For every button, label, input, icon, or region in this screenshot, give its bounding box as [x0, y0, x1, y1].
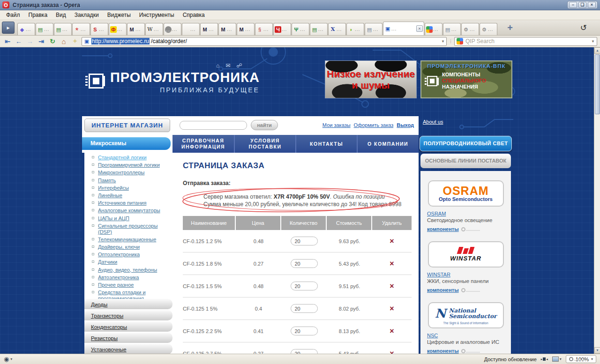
tab-13[interactable]: §...: [255, 23, 273, 35]
sidebar-link-12[interactable]: Оптоэлектроника: [98, 252, 140, 257]
brand-link-NSC[interactable]: NSC: [427, 333, 438, 338]
tab-14[interactable]: Ч...: [273, 23, 291, 35]
banner-low-noise[interactable]: Низкое излучение и шумы: [325, 60, 417, 98]
tab-12[interactable]: M...: [237, 23, 255, 35]
panels-toggle-icon[interactable]: ▸◂: [541, 357, 548, 361]
shop-search-input[interactable]: [180, 121, 247, 130]
toolbar-divider[interactable]: ⋮: [449, 40, 452, 43]
brand-link-WINSTAR[interactable]: WINSTAR: [427, 272, 450, 277]
tab-19[interactable]: ▤...: [365, 23, 382, 35]
tab-8[interactable]: …...: [164, 23, 181, 35]
home-icon[interactable]: ⌂: [216, 62, 219, 69]
tab-9[interactable]: ...: [182, 23, 200, 35]
rewind-button[interactable]: ⇤: [3, 37, 12, 45]
delete-item-button-1[interactable]: ×: [390, 260, 394, 267]
category-link-3[interactable]: Резисторы: [91, 335, 118, 341]
tab-contacts[interactable]: КОНТАКТЫ: [295, 135, 357, 153]
delete-item-button-5[interactable]: ×: [390, 350, 394, 354]
menu-Файл[interactable]: Файл: [2, 11, 24, 19]
tab-reference-info[interactable]: СПРАВОЧНАЯ ИНФОРМАЦИЯ: [172, 135, 234, 153]
tab-close-icon[interactable]: ×: [416, 25, 423, 32]
winstar-logo[interactable]: WINSTAR: [428, 241, 504, 267]
panel-toggle-button[interactable]: ▸: [2, 22, 15, 34]
category-pill-4[interactable]: Установочные: [84, 344, 172, 354]
zoom-dropdown-arrow-icon[interactable]: ▾: [591, 357, 593, 361]
sidebar-link-6[interactable]: Источников питания: [98, 200, 146, 206]
delete-item-button-3[interactable]: ×: [390, 305, 394, 312]
forward-button[interactable]: →: [25, 37, 35, 45]
delete-item-button-2[interactable]: ×: [390, 282, 394, 290]
quantity-input-5[interactable]: [291, 349, 318, 354]
zoom-control[interactable]: 100% ▾: [566, 355, 596, 363]
components-link[interactable]: компоненты: [427, 287, 459, 293]
scroll-up-arrow[interactable]: ▲: [594, 47, 600, 54]
tab-18[interactable]: ◗...: [346, 23, 364, 35]
tab-7[interactable]: W...: [145, 23, 163, 35]
fast-forward-button[interactable]: ⇥: [37, 37, 46, 45]
category-pill-3[interactable]: Резисторы: [84, 333, 172, 343]
tab-10[interactable]: M...: [200, 23, 218, 35]
quantity-input-3[interactable]: [291, 304, 318, 313]
brand-link-OSRAM[interactable]: OSRAM: [427, 211, 446, 216]
main-supply-lines-button[interactable]: ОСНОВНЫЕ ЛИНИИ ПОСТАВОК: [420, 154, 511, 168]
sidebar-link-9[interactable]: Сигнальные процессоры (DSP): [98, 223, 158, 235]
logout-link[interactable]: Выход: [397, 122, 414, 128]
category-pill-0[interactable]: Диоды: [84, 299, 172, 309]
search-input[interactable]: [465, 38, 589, 45]
sidebar-link-10[interactable]: Телекоммуникационные: [98, 237, 156, 242]
menu-Инструменты[interactable]: Инструменты: [135, 11, 179, 19]
new-tab-button[interactable]: +: [502, 22, 518, 34]
images-dropdown-arrow-icon[interactable]: ▾: [560, 357, 562, 361]
url-field[interactable]: ▣ http://www.promelec.ru /catalog/order/…: [82, 37, 447, 46]
back-button[interactable]: ←: [14, 37, 23, 45]
my-orders-link[interactable]: Мои заказы: [322, 122, 351, 128]
internet-shop-button[interactable]: ИНТЕРНЕТ МАГАЗИН: [84, 119, 170, 132]
tab-6[interactable]: M...: [127, 23, 145, 35]
tab-16[interactable]: ▤...: [310, 23, 328, 35]
menu-Вид[interactable]: Вид: [52, 11, 70, 19]
tab-21[interactable]: ...: [425, 23, 442, 35]
menu-Правка[interactable]: Правка: [24, 11, 52, 19]
sidebar-link-7[interactable]: Аналоговые коммутаторы: [98, 208, 160, 213]
web-search-field[interactable]: ▼: [454, 37, 597, 46]
tab-2[interactable]: ▤...: [54, 23, 72, 35]
banner-vpk[interactable]: ПРОМЭЛЕКТРОНИКА-ВПК КОМПОНЕНТЫ СПЕЦИАЛЬН…: [420, 60, 512, 98]
delete-item-button-0[interactable]: ×: [390, 238, 394, 245]
tab-4[interactable]: S...: [90, 23, 108, 35]
category-link-2[interactable]: Конденсаторы: [91, 324, 127, 330]
globe-dropdown-arrow-icon[interactable]: ▾: [10, 357, 12, 361]
tab-15[interactable]: Ψ...: [292, 23, 309, 35]
category-link-0[interactable]: Диоды: [91, 302, 107, 307]
sidebar-link-8[interactable]: ЦАПы и АЦП: [98, 215, 129, 221]
quantity-input-0[interactable]: [291, 237, 318, 245]
category-pill-1[interactable]: Транзисторы: [84, 310, 172, 320]
key-icon[interactable]: ✦: [70, 37, 80, 45]
sidebar-link-14[interactable]: Аудио, видео, телефоны: [98, 267, 157, 273]
quantity-input-4[interactable]: [291, 327, 318, 335]
url-dropdown-arrow-icon[interactable]: ▼: [441, 39, 445, 44]
sidebar-link-5[interactable]: Линейные: [98, 193, 122, 198]
security-globe-icon[interactable]: ◉: [4, 356, 9, 363]
sidebar-link-2[interactable]: Микроконтроллеры: [98, 170, 145, 175]
minimize-button[interactable]: –: [569, 2, 577, 8]
sidebar-link-3[interactable]: Память: [98, 178, 116, 183]
tab-11[interactable]: M...: [218, 23, 236, 35]
scroll-down-arrow[interactable]: ▼: [594, 347, 600, 354]
components-link[interactable]: компоненты: [427, 226, 459, 232]
reopen-closed-tabs-button[interactable]: ↺: [580, 22, 587, 34]
category-pill-2[interactable]: Конденсаторы: [84, 321, 172, 332]
sidebar-header-microchips[interactable]: Микросхемы: [82, 137, 171, 150]
components-link[interactable]: компоненты: [427, 348, 459, 354]
tab-about-company[interactable]: О КОМПАНИИ: [357, 135, 418, 153]
category-link-4[interactable]: Установочные: [91, 347, 127, 352]
update-available-label[interactable]: Доступно обновление: [484, 357, 537, 362]
sidebar-link-16[interactable]: Прочее разное: [98, 282, 134, 288]
scrollbar-thumb[interactable]: [595, 54, 600, 114]
sidebar-link-15[interactable]: Автоэлектроника: [98, 275, 139, 280]
tab-5[interactable]: Ф...: [109, 23, 127, 35]
tab-1[interactable]: ▤...: [36, 23, 53, 35]
category-link-1[interactable]: Транзисторы: [91, 313, 123, 319]
sitemap-icon[interactable]: ☍: [236, 62, 242, 69]
menu-Виджеты[interactable]: Виджеты: [103, 11, 135, 19]
close-button[interactable]: ×: [588, 2, 596, 8]
